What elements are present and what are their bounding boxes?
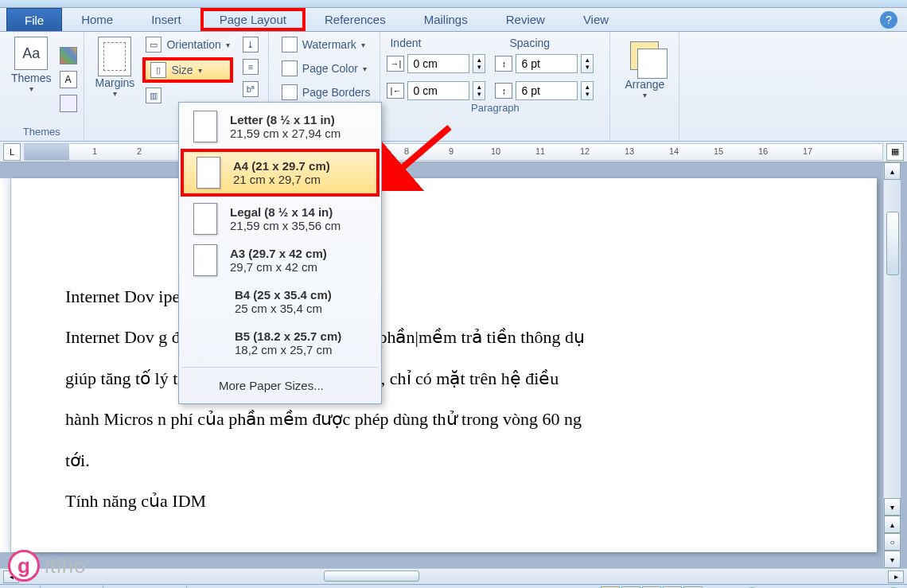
spinner-buttons[interactable]: ▴▾ <box>473 54 485 73</box>
margins-button[interactable]: Margins ▾ <box>91 35 140 124</box>
status-page[interactable]: of 1 <box>6 585 41 588</box>
size-option[interactable]: A3 (29.7 x 42 cm) 29,7 cm x 42 cm <box>181 239 380 281</box>
ruler-toggle-button[interactable]: ▦ <box>886 143 904 161</box>
orientation-button[interactable]: ▭ Orientation ▾ <box>142 35 232 54</box>
arrange-button[interactable]: Arrange ▾ <box>617 35 672 124</box>
ruler-tick: 1 <box>72 146 117 156</box>
scroll-right-button[interactable]: ▸ <box>888 570 904 583</box>
spacing-before-input[interactable] <box>516 54 578 73</box>
scroll-down-button[interactable]: ▾ <box>884 498 901 516</box>
group-themes: Aa Themes ▾ A Themes <box>0 32 84 141</box>
vertical-ruler[interactable] <box>0 178 11 552</box>
more-paper-sizes-item[interactable]: More Paper Sizes... <box>181 371 380 400</box>
ruler-tick: 2 <box>117 146 162 156</box>
chevron-down-icon: ▾ <box>361 41 365 49</box>
tab-review[interactable]: Review <box>487 8 564 31</box>
scroll-thumb[interactable] <box>324 570 419 582</box>
browse-prev-button[interactable]: ▴ <box>884 516 901 533</box>
indent-right-input[interactable] <box>407 81 469 100</box>
logo-text: itiho <box>45 554 87 578</box>
indent-left-spinner[interactable]: →| ▴▾ <box>387 54 485 73</box>
ruler-tick: 15 <box>696 146 741 156</box>
size-button[interactable]: ▯ Size ▾ <box>142 57 232 83</box>
help-icon[interactable]: ? <box>880 11 897 29</box>
group-paragraph: Indent Spacing →| ▴▾ |← ▴▾ <box>380 32 610 141</box>
ruler-scale[interactable]: 1234567891011121314151617 <box>24 143 883 161</box>
indent-left-input[interactable] <box>407 54 469 73</box>
size-option[interactable]: B5 (18.2 x 25.7 cm) 18,2 cm x 25,7 cm <box>181 322 380 364</box>
page-icon <box>197 157 220 189</box>
doc-text: Tính năng của IDM <box>65 486 845 516</box>
page-color-button[interactable]: Page Color▾ <box>278 59 374 78</box>
group-arrange: Arrange ▾ <box>610 32 679 141</box>
size-option[interactable]: Letter (8 ½ x 11 in) 21,59 cm x 27,94 cm <box>181 106 380 147</box>
tab-file[interactable]: File <box>6 8 62 31</box>
spacing-after-input[interactable] <box>516 81 578 100</box>
watermark-label: Watermark <box>302 38 356 51</box>
hyphenation-icon: bª <box>243 81 259 97</box>
browse-object-button[interactable]: ○ <box>884 533 901 551</box>
watermark-button[interactable]: Watermark▾ <box>278 35 374 54</box>
tab-view[interactable]: View <box>564 8 628 31</box>
menu-separator <box>182 367 378 368</box>
themes-button[interactable]: Aa Themes ▾ <box>6 35 56 124</box>
spacing-after-icon: ↕ <box>495 83 512 99</box>
size-option[interactable]: Legal (8 ½ x 14 in) 21,59 cm x 35,56 cm <box>181 198 380 239</box>
status-language[interactable]: English (U.S.) <box>107 585 187 588</box>
breaks-icon: ⤓ <box>243 37 259 53</box>
ruler-tick: 11 <box>518 146 562 156</box>
chevron-down-icon: ▾ <box>226 41 230 49</box>
status-words[interactable]: ords: 299 <box>44 585 103 588</box>
line-numbers-button[interactable]: ≡ <box>239 57 262 76</box>
tab-references[interactable]: References <box>306 8 405 31</box>
size-option[interactable]: A4 (21 x 29.7 cm) 21 cm x 29,7 cm <box>181 149 380 197</box>
tab-home[interactable]: Home <box>62 8 132 31</box>
page-borders-button[interactable]: Page Borders <box>278 83 374 102</box>
size-dropdown-menu: Letter (8 ½ x 11 in) 21,59 cm x 27,94 cm… <box>178 102 382 404</box>
themes-icon: Aa <box>14 37 48 70</box>
theme-effects-button[interactable] <box>60 95 77 112</box>
scroll-up-button[interactable]: ▴ <box>884 162 901 180</box>
size-option[interactable]: B4 (25 x 35.4 cm) 25 cm x 35,4 cm <box>181 281 380 322</box>
spinner-buttons[interactable]: ▴▾ <box>581 54 594 73</box>
hyphenation-button[interactable]: bª <box>239 80 262 99</box>
size-name: B5 (18.2 x 25.7 cm) <box>235 329 341 343</box>
breaks-button[interactable]: ⤓ <box>239 35 262 54</box>
size-dimensions: 21,59 cm x 27,94 cm <box>230 127 341 140</box>
tab-selector-button[interactable]: L <box>3 143 21 161</box>
theme-fonts-button[interactable]: A <box>60 71 77 88</box>
status-bar: of 1 ords: 299 English (U.S.) 100% − + <box>0 584 907 588</box>
watermark-icon <box>282 37 298 53</box>
spacing-before-spinner[interactable]: ↕ ▴▾ <box>495 54 594 73</box>
size-name: A4 (21 x 29.7 cm) <box>233 159 330 173</box>
size-dimensions: 29,7 cm x 42 cm <box>230 260 327 274</box>
spacing-after-spinner[interactable]: ↕ ▴▾ <box>495 81 594 100</box>
tab-page-layout[interactable]: Page Layout <box>200 8 306 31</box>
ruler-tick: 13 <box>607 146 652 156</box>
document-page[interactable]: Internet Dov ipedia tiếng Việt Internet … <box>11 178 877 552</box>
ruler-tick: 16 <box>741 146 785 156</box>
chevron-down-icon: ▾ <box>643 91 647 99</box>
size-name: Legal (8 ½ x 14 in) <box>230 205 341 219</box>
vertical-scrollbar[interactable]: ▴ ▾ ▴ ○ ▾ <box>883 162 901 568</box>
ruler-tick: 10 <box>473 146 518 156</box>
spinner-buttons[interactable]: ▴▾ <box>581 81 594 100</box>
indent-left-icon: →| <box>387 56 404 72</box>
browse-next-button[interactable]: ▾ <box>884 551 901 568</box>
theme-colors-button[interactable] <box>60 47 77 64</box>
scroll-thumb[interactable] <box>886 212 899 275</box>
indent-right-spinner[interactable]: |← ▴▾ <box>387 81 485 100</box>
chevron-down-icon: ▾ <box>113 89 117 98</box>
themes-label: Themes <box>11 72 52 84</box>
size-icon: ▯ <box>150 62 166 78</box>
spacing-header: Spacing <box>509 37 550 49</box>
ribbon-tabs: File Home Insert Page Layout References … <box>0 8 907 32</box>
spinner-buttons[interactable]: ▴▾ <box>473 81 485 100</box>
tab-mailings[interactable]: Mailings <box>405 8 487 31</box>
group-label-paragraph: Paragraph <box>387 100 603 115</box>
tab-insert[interactable]: Insert <box>132 8 200 31</box>
page-borders-label: Page Borders <box>302 86 371 99</box>
horizontal-scrollbar[interactable]: ◂ ▸ <box>0 568 907 584</box>
page-color-label: Page Color <box>302 62 358 75</box>
indent-right-icon: |← <box>387 83 404 99</box>
